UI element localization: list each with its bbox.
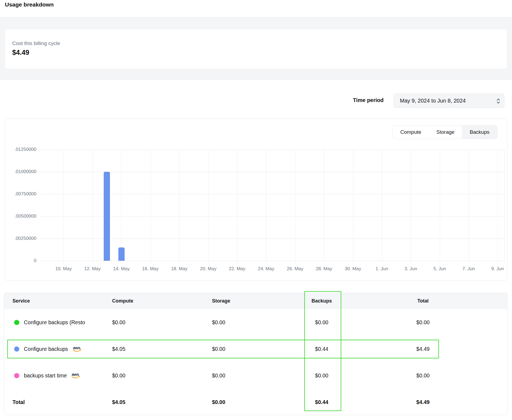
x-tick-label: 5. Jun bbox=[423, 266, 456, 272]
svg-text:aws: aws bbox=[73, 345, 80, 350]
up-down-chevron-icon bbox=[496, 98, 500, 104]
x-gridline bbox=[266, 149, 266, 263]
x-tick-label: 20. May bbox=[192, 266, 225, 272]
table-row: backups start timeaws$0.00$0.00$0.00$0.0… bbox=[4, 362, 507, 389]
usage-breakdown-page: Usage breakdown Cost this billing cycle … bbox=[0, 0, 512, 420]
total-cost: $0.00 bbox=[341, 319, 505, 326]
service-name: Configure backups bbox=[24, 346, 68, 352]
service-name: backups start time bbox=[24, 373, 67, 379]
y-tick-label: .00500000 bbox=[4, 214, 36, 219]
service-cell: Configure backups (Resto bbox=[4, 319, 112, 326]
x-gridline bbox=[93, 149, 93, 263]
x-tick-label: 3. Jun bbox=[394, 266, 427, 272]
x-gridline bbox=[208, 149, 208, 263]
x-gridline bbox=[382, 149, 382, 263]
x-gridline bbox=[324, 149, 324, 263]
x-gridline bbox=[64, 149, 64, 263]
x-tick-label: 30. May bbox=[337, 266, 369, 272]
x-gridline bbox=[353, 149, 353, 263]
x-tick-label: 9. Jun bbox=[481, 266, 512, 272]
blue-dot-icon bbox=[14, 346, 19, 352]
time-period-label: Time period bbox=[353, 97, 384, 103]
x-tick-label: 16. May bbox=[134, 266, 167, 272]
page-title: Usage breakdown bbox=[5, 1, 54, 8]
storage-cost: $0.00 bbox=[212, 319, 303, 326]
column-header-total: Total bbox=[341, 298, 505, 304]
total-cost: $0.00 bbox=[341, 373, 505, 379]
time-period-value: May 9, 2024 to Jun 8, 2024 bbox=[400, 98, 466, 104]
compute-cost: $4.05 bbox=[112, 346, 212, 352]
x-gridline bbox=[440, 149, 440, 263]
pink-dot-icon bbox=[14, 373, 19, 378]
y-tick-label: .01250000 bbox=[4, 147, 36, 152]
bar-13-may bbox=[104, 172, 110, 261]
y-gridline bbox=[40, 149, 505, 150]
bar-14-may bbox=[118, 247, 125, 261]
tab-storage[interactable]: Storage bbox=[429, 126, 462, 139]
service-name: Configure backups (Resto bbox=[24, 319, 85, 326]
x-tick-label: 24. May bbox=[250, 266, 282, 272]
billing-cycle-amount: $4.49 bbox=[12, 49, 29, 56]
bar-chart: .01250000.01000000.00750000.00500000.002… bbox=[43, 149, 505, 261]
time-period-select[interactable]: May 9, 2024 to Jun 8, 2024 bbox=[394, 94, 504, 108]
chart-metric-tabs: ComputeStorageBackups bbox=[392, 125, 497, 139]
x-gridline bbox=[150, 149, 151, 263]
x-gridline bbox=[469, 149, 469, 263]
service-cell: backups start timeaws bbox=[4, 372, 112, 379]
storage-cost: $0.00 bbox=[212, 373, 303, 379]
service-cell: Configure backupsaws bbox=[4, 345, 112, 352]
compute-cost: $0.00 bbox=[112, 319, 212, 326]
total-backups: $0.44 bbox=[303, 399, 341, 405]
tab-backups[interactable]: Backups bbox=[462, 126, 497, 139]
billing-cycle-label: Cost this billing cycle bbox=[12, 40, 60, 46]
table-total-row: Total$4.05$0.00$0.44$4.49 bbox=[4, 389, 507, 415]
y-tick-label: 0 bbox=[4, 258, 36, 263]
table-row: Configure backups (Resto$0.00$0.00$0.00$… bbox=[4, 309, 507, 336]
total-overall: $4.49 bbox=[341, 399, 505, 405]
x-gridline bbox=[121, 149, 122, 263]
compute-cost: $0.00 bbox=[112, 373, 212, 379]
x-gridline bbox=[498, 149, 498, 263]
usage-table: ServiceComputeStorageBackupsTotalConfigu… bbox=[4, 293, 508, 415]
backups-cost: $0.00 bbox=[303, 373, 341, 379]
x-gridline bbox=[237, 149, 238, 263]
column-header-service: Service bbox=[4, 298, 112, 304]
y-gridline bbox=[40, 261, 505, 261]
usage-chart-card: ComputeStorageBackups .01250000.01000000… bbox=[5, 119, 507, 281]
x-tick-label: 28. May bbox=[308, 266, 340, 272]
y-tick-label: .00750000 bbox=[4, 191, 36, 197]
x-tick-label: 22. May bbox=[221, 266, 254, 272]
billing-cycle-card: Cost this billing cycle $4.49 bbox=[5, 29, 507, 69]
total-storage: $0.00 bbox=[212, 399, 303, 405]
table-header-row: ServiceComputeStorageBackupsTotal bbox=[4, 293, 507, 309]
svg-text:aws: aws bbox=[72, 372, 79, 377]
x-tick-label: 18. May bbox=[163, 266, 195, 272]
x-tick-label: 12. May bbox=[76, 266, 109, 272]
total-cost: $4.49 bbox=[341, 346, 505, 352]
total-row-label: Total bbox=[4, 399, 112, 405]
column-header-backups: Backups bbox=[303, 298, 341, 304]
table-row: Configure backupsaws$4.05$0.00$0.44$4.49 bbox=[4, 336, 507, 362]
x-tick-label: 1. Jun bbox=[366, 266, 398, 272]
y-tick-label: .01000000 bbox=[4, 169, 36, 174]
x-tick-label: 14. May bbox=[105, 266, 138, 272]
plot-right-border bbox=[504, 149, 505, 261]
backups-cost: $0.00 bbox=[303, 319, 341, 326]
x-gridline bbox=[295, 149, 295, 263]
x-tick-label: 7. Jun bbox=[452, 266, 485, 272]
tab-compute[interactable]: Compute bbox=[393, 126, 429, 139]
aws-logo-icon: aws bbox=[72, 345, 83, 352]
x-tick-label: 10. May bbox=[47, 266, 80, 272]
backups-cost: $0.44 bbox=[303, 346, 341, 352]
x-gridline bbox=[411, 149, 411, 263]
x-gridline bbox=[179, 149, 179, 263]
column-header-compute: Compute bbox=[112, 298, 212, 304]
y-tick-label: .00250000 bbox=[4, 236, 36, 241]
y-gridline bbox=[40, 172, 505, 172]
billing-summary-section: Cost this billing cycle $4.49 bbox=[0, 17, 512, 80]
total-compute: $4.05 bbox=[112, 399, 212, 405]
x-tick-label: 26. May bbox=[279, 266, 311, 272]
column-header-storage: Storage bbox=[212, 298, 303, 304]
aws-logo-icon: aws bbox=[71, 372, 81, 379]
storage-cost: $0.00 bbox=[212, 346, 303, 352]
